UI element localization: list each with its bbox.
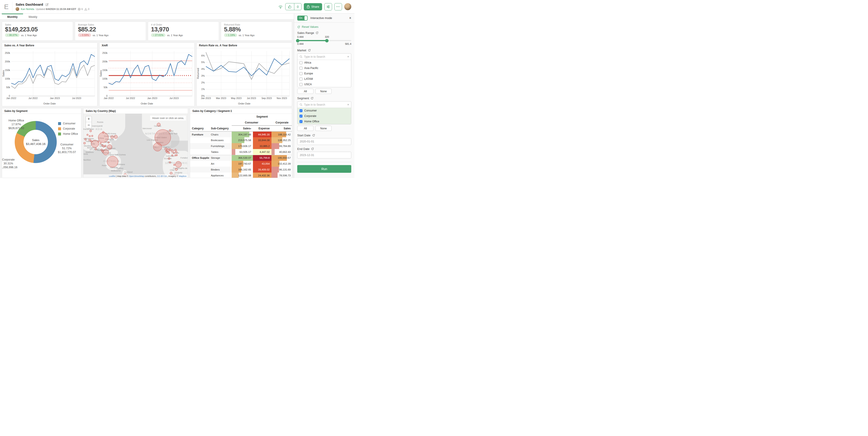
ellipsis-icon: •••	[336, 5, 340, 8]
svg-text:Jan 2022: Jan 2022	[103, 97, 114, 99]
author-avatar[interactable]	[16, 7, 19, 11]
map-data-circle[interactable]	[90, 130, 92, 132]
donut-chart[interactable]: Sales$3,487,438.16Home Office17.97%$626,…	[2, 114, 81, 177]
attribution-link[interactable]: Leaflet	[109, 175, 116, 177]
map-data-circle[interactable]	[153, 143, 162, 151]
end-date-input[interactable]: 2023-12-31	[297, 152, 351, 158]
map-data-circle[interactable]	[104, 145, 106, 147]
map-data-circle[interactable]	[168, 152, 170, 154]
filter-option-africa[interactable]: Africa	[298, 60, 351, 65]
refresh-icon[interactable]	[312, 134, 315, 137]
line-chart[interactable]: 050k100k150k200k250kJan 2022Jul 2022Jan …	[99, 48, 195, 102]
donut-slice-label: Corporate30.31%$1,056,996.16	[2, 158, 20, 169]
segment-all-button[interactable]: All	[297, 126, 313, 131]
map-data-circle[interactable]	[176, 154, 178, 156]
market-none-button[interactable]: None	[315, 89, 332, 94]
checkbox[interactable]: ✓	[300, 109, 303, 112]
run-button[interactable]: Run	[297, 165, 351, 173]
tab-monthly[interactable]: Monthly	[2, 13, 23, 20]
filter-option-europe[interactable]: Europe	[298, 71, 351, 76]
map-data-circle[interactable]	[84, 138, 87, 140]
reset-values-link[interactable]: Reset Values	[297, 25, 351, 29]
like-button[interactable]	[285, 3, 294, 10]
table-card-title: Sales by Category / Segment-1	[190, 108, 292, 114]
map-data-circle[interactable]	[114, 135, 118, 139]
refresh-icon[interactable]	[308, 49, 311, 52]
map-data-circle[interactable]	[169, 129, 171, 132]
more-options-button[interactable]: •••	[334, 3, 342, 10]
search-input[interactable]: Type in to Search	[304, 55, 346, 58]
interactive-mode-toggle[interactable]: On	[297, 16, 308, 21]
map-zoom-in-button[interactable]: +	[86, 116, 92, 122]
map-data-circle[interactable]	[175, 168, 178, 171]
user-avatar[interactable]	[344, 3, 351, 10]
table-row: Binders166,162.6539,409.0296,131.69	[190, 167, 292, 173]
map-data-circle[interactable]	[169, 162, 171, 163]
map-data-circle[interactable]	[95, 148, 97, 150]
checkbox[interactable]	[300, 78, 303, 81]
market-all-button[interactable]: All	[297, 89, 313, 94]
checkbox[interactable]	[300, 72, 303, 75]
tab-weekly[interactable]: Weekly	[23, 13, 43, 20]
world-map[interactable]: RussiaKrasnoyarskKazakhstanASIAChinaNort…	[84, 114, 188, 178]
search-input[interactable]: Type in to Search	[304, 103, 346, 106]
map-data-circle[interactable]	[107, 145, 112, 149]
checkbox[interactable]: ✓	[300, 120, 303, 123]
map-data-circle[interactable]	[175, 161, 182, 168]
map-data-circle[interactable]	[98, 132, 108, 143]
map-zoom-out-button[interactable]: −	[86, 122, 92, 128]
map-data-circle[interactable]	[100, 142, 101, 144]
checkbox[interactable]	[300, 83, 303, 86]
start-date-input[interactable]: 2020-01-01	[297, 138, 351, 145]
filter-option-home-office[interactable]: ✓Home Office	[298, 119, 351, 124]
map-data-circle[interactable]	[103, 149, 109, 155]
map-data-circle[interactable]	[107, 156, 118, 167]
filter-option-latam[interactable]: LATAM	[298, 76, 351, 82]
share-button[interactable]: Share	[304, 3, 322, 10]
pivot-table[interactable]: SegmentConsumerCorporateCategorySub-Cate…	[190, 114, 292, 178]
refresh-icon[interactable]	[311, 147, 314, 150]
attribution-link[interactable]: Mapbox	[179, 175, 186, 177]
interactive-filter-panel: On Interactive mode × Reset Values Sales…	[294, 13, 354, 178]
checkbox[interactable]	[300, 61, 303, 64]
map-data-circle[interactable]	[111, 136, 114, 139]
map-data-circle[interactable]	[174, 164, 175, 166]
kpi-vs-label: vs. 1 Year Ago	[21, 34, 37, 37]
app-logo[interactable]: E	[2, 2, 12, 12]
checkbox[interactable]: ✓	[300, 115, 303, 118]
map-data-circle[interactable]	[98, 141, 99, 143]
clear-search-icon[interactable]: ×	[347, 103, 349, 106]
column-header[interactable]: Sales▾	[232, 125, 253, 132]
map-data-circle[interactable]	[168, 157, 170, 159]
refresh-icon[interactable]	[315, 31, 318, 34]
map-data-circle[interactable]	[89, 135, 91, 137]
map-data-circle[interactable]	[84, 142, 86, 144]
segment-filter-listbox: Type in to Search×✓Consumer✓Corporate✓Ho…	[297, 101, 351, 124]
close-panel-icon[interactable]: ×	[349, 16, 351, 20]
map-data-circle[interactable]	[157, 123, 160, 126]
clear-search-icon[interactable]: ×	[347, 55, 349, 58]
filter-option-consumer[interactable]: ✓Consumer	[298, 108, 351, 113]
refresh-icon[interactable]	[311, 97, 313, 100]
line-chart[interactable]: 050k100k150k200k250kJan 2022Jul 2022Jan …	[2, 48, 97, 102]
filter-option-corporate[interactable]: ✓Corporate	[298, 113, 351, 119]
parameters-button[interactable]	[324, 3, 332, 10]
slider-handle-max[interactable]	[325, 39, 329, 42]
line-chart[interactable]: 0%1%2%3%4%5%6%Jan 2023Mar 2023May 2023Ju…	[197, 48, 292, 102]
filter-option-asia-pacific[interactable]: Asia Pacific	[298, 65, 351, 71]
edit-title-icon[interactable]	[45, 3, 49, 6]
filter-option-usca[interactable]: USCA	[298, 82, 351, 87]
segment-none-button[interactable]: None	[315, 126, 332, 131]
checkbox[interactable]	[300, 67, 303, 70]
map-data-circle[interactable]	[173, 152, 175, 154]
attribution-link[interactable]: OpenStreetMap	[129, 175, 144, 177]
map-data-circle[interactable]	[102, 131, 104, 134]
map-data-circle[interactable]	[91, 135, 93, 137]
map-data-circle[interactable]	[107, 142, 110, 143]
map-data-circle[interactable]	[87, 134, 88, 136]
author-link[interactable]: Kan Nishida	[21, 8, 34, 10]
slider-handle-min[interactable]	[296, 39, 300, 42]
map-data-circle[interactable]	[175, 151, 178, 153]
map-data-circle[interactable]	[171, 154, 173, 156]
attribution-link[interactable]: CC-BY-SA	[157, 175, 167, 177]
